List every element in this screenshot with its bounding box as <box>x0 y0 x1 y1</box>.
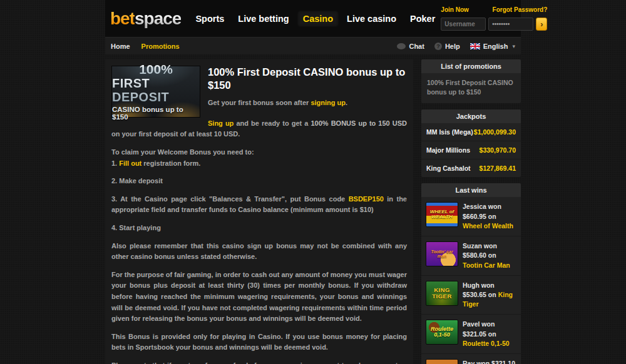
article-body: Sing up and be ready to get a 100% BONUS… <box>111 118 407 364</box>
nav-item-casino[interactable]: Casino <box>297 11 339 27</box>
jackpot-value: $127,869.41 <box>480 164 516 172</box>
text-segment: 3. At the Casino page click "Balances & … <box>111 195 349 203</box>
sub-nav: HomePromotions Chat ? Help English ▾ <box>105 37 521 54</box>
last-wins-box: Last wins WHEEL of WEALTHJessica won $66… <box>421 183 521 364</box>
promo-banner-line2: FIRST DEPOSIT <box>112 76 200 104</box>
win-game-link[interactable]: Wheel of Wealth <box>463 222 513 230</box>
roulette-0-1-50-thumbnail[interactable]: Roulette 0,1-50 <box>426 320 458 345</box>
jackpot-row-king-cashalot: King Cashalot$127,869.41 <box>421 159 521 177</box>
promotion-list-item[interactable]: 100% First Deposit CASINO bonus up to $1… <box>421 73 521 103</box>
paragraph: Sing up and be ready to get a 100% BONUS… <box>111 118 407 140</box>
subnav-items: HomePromotions <box>111 43 191 50</box>
jackpots-box: Jackpots MM Isis (Mega)$1,000,099.30Majo… <box>421 109 521 177</box>
jackpot-row-major-millions: Major Millions$330,970.70 <box>421 141 521 159</box>
text-segment: Please note that if you transfer your fu… <box>111 361 407 364</box>
king-tiger-thumbnail[interactable]: KING TIGER <box>426 281 458 306</box>
language-selector[interactable]: English ▾ <box>470 43 515 50</box>
chevron-down-icon: ▾ <box>512 43 515 49</box>
last-win-item: CrocodopolisRay won $321.10 on Crocodopo… <box>421 354 521 364</box>
nav-item-live-casino[interactable]: Live casino <box>341 11 402 27</box>
promotions-box-title: List of promotions <box>421 59 521 73</box>
jackpot-name: MM Isis (Mega) <box>426 128 473 136</box>
thumbnail-caption: Tootin' car man <box>426 250 458 259</box>
last-win-item: KING TIGERHugh won $530.65 on King Tiger <box>421 276 521 315</box>
nav-item-live-betting[interactable]: Live betting <box>232 11 294 27</box>
inline-link[interactable]: Fill out <box>119 159 141 167</box>
inline-link[interactable]: Sing up <box>208 119 233 127</box>
subnav-tools: Chat ? Help English ▾ <box>397 43 515 50</box>
text-segment: For the purpose of fair gaming, in order… <box>111 271 407 322</box>
arrow-right-icon: › <box>540 19 543 29</box>
content-row: 100% FIRST DEPOSIT CASINO bonus up to $1… <box>105 59 521 364</box>
tootin-car-man-thumbnail[interactable]: Tootin' car man <box>426 241 458 266</box>
join-now-link[interactable]: Join Now <box>441 6 468 13</box>
win-description: Pavel won $321.05 on <box>463 320 496 337</box>
subnav-item-home[interactable]: Home <box>111 43 130 50</box>
thumbnail-caption: KING TIGER <box>426 287 458 300</box>
main-nav: SportsLive bettingCasinoLive casinoPoker <box>190 11 441 27</box>
paragraph: Also please remember that this casino si… <box>111 241 407 263</box>
language-label: English <box>483 43 508 50</box>
password-input[interactable] <box>488 18 533 31</box>
win-description: Suzan won $580.60 on <box>463 242 497 259</box>
login-row: › <box>441 18 547 31</box>
paragraph: Please note that if you transfer your fu… <box>111 360 407 364</box>
paragraph: 4. Start playing <box>111 223 407 234</box>
text-segment: To claim your Welcome Bonus you need to: <box>111 148 254 156</box>
win-text: Jessica won $660.95 on Wheel of Wealth <box>463 202 516 231</box>
text-segment: registration form. <box>141 159 200 167</box>
logo-space: space <box>135 9 181 28</box>
nav-item-poker[interactable]: Poker <box>404 11 441 27</box>
paragraph: 3. At the Casino page click "Balances & … <box>111 194 407 216</box>
win-text: Ray won $321.10 on Crocodopolis <box>463 359 516 364</box>
jackpots-box-title: Jackpots <box>421 109 521 123</box>
text-segment: This Bonus is provided only for playing … <box>111 333 407 351</box>
top-header: betspace SportsLive bettingCasinoLive ca… <box>105 0 521 37</box>
login-submit-button[interactable]: › <box>536 18 547 31</box>
jackpots-list: MM Isis (Mega)$1,000,099.30Major Million… <box>421 123 521 177</box>
win-text: Hugh won $530.65 on King Tiger <box>463 281 516 310</box>
chat-button[interactable]: Chat <box>397 43 424 50</box>
promo-banner-line1: 100% <box>139 63 173 76</box>
last-win-item: Roulette 0,1-50Pavel won $321.05 on Roul… <box>421 315 521 354</box>
jackpot-row-mm-isis-mega: MM Isis (Mega)$1,000,099.30 <box>421 123 521 141</box>
chat-label: Chat <box>409 43 424 50</box>
text-segment: and be ready to get a <box>233 119 310 127</box>
paragraph: To claim your Welcome Bonus you need to:… <box>111 147 407 169</box>
crocodopolis-thumbnail[interactable]: Crocodopolis <box>426 359 458 364</box>
betspace-logo[interactable]: betspace <box>110 9 181 29</box>
thumbnail-caption: WHEEL of WEALTH <box>426 210 458 220</box>
win-description: Ray won $321.10 on <box>463 360 515 364</box>
last-win-item: WHEEL of WEALTHJessica won $660.95 on Wh… <box>421 197 521 236</box>
nav-item-sports[interactable]: Sports <box>190 11 230 27</box>
thumbnail-caption: Roulette 0,1-50 <box>426 326 458 338</box>
help-button[interactable]: ? Help <box>434 43 460 50</box>
subnav-item-promotions[interactable]: Promotions <box>141 43 180 50</box>
help-icon: ? <box>434 43 442 50</box>
forgot-password-link[interactable]: Forgot Password? <box>493 6 548 13</box>
chat-icon <box>397 43 406 49</box>
win-game-link[interactable]: Tootin Car Man <box>463 261 510 269</box>
text-segment: Get your first bonus soon after <box>208 99 310 106</box>
page-column: betspace SportsLive bettingCasinoLive ca… <box>105 0 521 364</box>
promotions-box: List of promotions 100% First Deposit CA… <box>421 59 521 103</box>
paragraph: 2. Make deposit <box>111 176 407 187</box>
win-description: Jessica won $660.95 on <box>463 203 501 220</box>
login-links: Join Now Forgot Password? <box>441 6 547 13</box>
inline-link[interactable]: signing up <box>310 99 346 106</box>
jackpot-name: King Cashalot <box>426 164 471 172</box>
text-segment: 2. Make deposit <box>111 177 163 185</box>
jackpot-name: Major Millions <box>426 146 470 154</box>
win-text: Suzan won $580.60 on Tootin Car Man <box>463 241 516 270</box>
text-segment: 100% BONUS up to 150 USD <box>310 119 407 127</box>
uk-flag-icon <box>470 43 480 49</box>
text-segment: on your first deposit of at least 10 USD… <box>111 130 240 138</box>
username-input[interactable] <box>441 18 486 31</box>
logo-bet: bet <box>110 9 135 28</box>
promo-banner-image[interactable]: 100% FIRST DEPOSIT CASINO bonus up to $1… <box>111 66 200 118</box>
wheel-of-wealth-thumbnail[interactable]: WHEEL of WEALTH <box>426 202 458 227</box>
win-game-link[interactable]: Roulette 0,1-50 <box>463 340 510 347</box>
login-block: Join Now Forgot Password? › <box>441 6 547 31</box>
jackpot-value: $1,000,099.30 <box>474 128 516 136</box>
promo-banner-line3: CASINO bonus up to $150 <box>112 106 200 121</box>
